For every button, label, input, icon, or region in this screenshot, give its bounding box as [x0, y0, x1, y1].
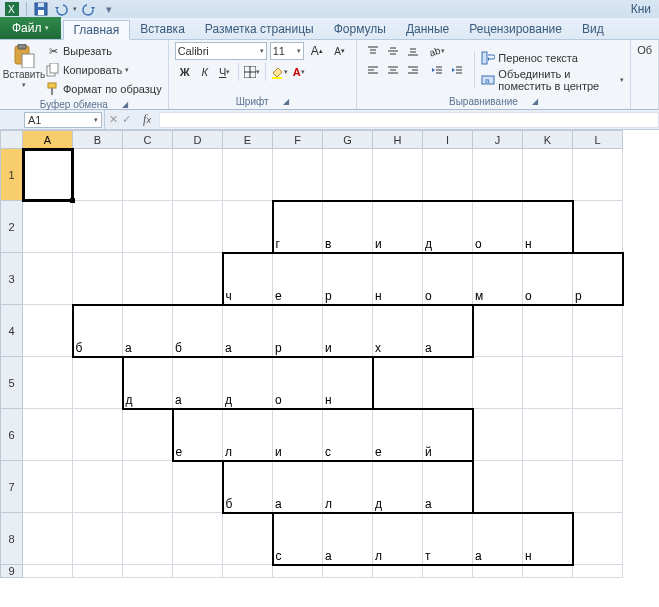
cell-D6[interactable]: е	[173, 409, 223, 461]
row-header-3[interactable]: 3	[1, 253, 23, 305]
cell-H8[interactable]: л	[373, 513, 423, 565]
col-header-G[interactable]: G	[323, 131, 373, 149]
cell-B5[interactable]	[73, 357, 123, 409]
col-header-A[interactable]: A	[23, 131, 73, 149]
cell-A6[interactable]	[23, 409, 73, 461]
cell-L4[interactable]	[573, 305, 623, 357]
col-header-J[interactable]: J	[473, 131, 523, 149]
qat-customize-icon[interactable]: ▾	[101, 1, 117, 17]
cell-C9[interactable]	[123, 565, 173, 578]
cell-J8[interactable]: а	[473, 513, 523, 565]
cell-C4[interactable]: а	[123, 305, 173, 357]
cell-E3[interactable]: ч	[223, 253, 273, 305]
cell-G9[interactable]	[323, 565, 373, 578]
bold-button[interactable]: Ж	[175, 63, 195, 81]
cell-E8[interactable]	[223, 513, 273, 565]
cell-E7[interactable]: б	[223, 461, 273, 513]
col-header-D[interactable]: D	[173, 131, 223, 149]
row-header-4[interactable]: 4	[1, 305, 23, 357]
tab-page-layout[interactable]: Разметка страницы	[195, 19, 324, 39]
formula-input[interactable]	[159, 112, 659, 128]
redo-icon[interactable]	[81, 1, 97, 17]
cell-L9[interactable]	[573, 565, 623, 578]
cell-A3[interactable]	[23, 253, 73, 305]
fill-color-button[interactable]: ▾	[269, 63, 289, 81]
cell-D8[interactable]	[173, 513, 223, 565]
select-all-corner[interactable]	[1, 131, 23, 149]
cell-D9[interactable]	[173, 565, 223, 578]
cell-A5[interactable]	[23, 357, 73, 409]
increase-indent-button[interactable]	[447, 61, 467, 79]
wrap-text-button[interactable]: Перенос текста	[481, 49, 624, 67]
row-header-5[interactable]: 5	[1, 357, 23, 409]
row-header-6[interactable]: 6	[1, 409, 23, 461]
cell-E6[interactable]: л	[223, 409, 273, 461]
cell-H5[interactable]	[373, 357, 423, 409]
row-header-8[interactable]: 8	[1, 513, 23, 565]
name-box[interactable]: A1▾	[24, 112, 102, 128]
cell-K6[interactable]	[523, 409, 573, 461]
cell-B7[interactable]	[73, 461, 123, 513]
cell-G8[interactable]: а	[323, 513, 373, 565]
underline-button[interactable]: Ч▾	[215, 63, 235, 81]
cell-I3[interactable]: о	[423, 253, 473, 305]
cell-A9[interactable]	[23, 565, 73, 578]
col-header-H[interactable]: H	[373, 131, 423, 149]
dialog-launcher-icon[interactable]: ◢	[122, 100, 128, 109]
cell-E4[interactable]: а	[223, 305, 273, 357]
cell-A7[interactable]	[23, 461, 73, 513]
cell-G5[interactable]: н	[323, 357, 373, 409]
cell-A1[interactable]	[23, 149, 73, 201]
cell-D4[interactable]: б	[173, 305, 223, 357]
tab-review[interactable]: Рецензирование	[459, 19, 572, 39]
cell-B9[interactable]	[73, 565, 123, 578]
cell-E9[interactable]	[223, 565, 273, 578]
align-right-button[interactable]	[403, 61, 423, 79]
cell-C1[interactable]	[123, 149, 173, 201]
cell-B2[interactable]	[73, 201, 123, 253]
cell-F1[interactable]	[273, 149, 323, 201]
col-header-B[interactable]: B	[73, 131, 123, 149]
align-bottom-button[interactable]	[403, 42, 423, 60]
cell-F6[interactable]: и	[273, 409, 323, 461]
cell-H3[interactable]: н	[373, 253, 423, 305]
dialog-launcher-icon[interactable]: ◢	[283, 97, 289, 106]
worksheet-grid[interactable]: ABCDEFGHIJKL12гвидон3черномор4бабариха5д…	[0, 130, 659, 578]
cell-L5[interactable]	[573, 357, 623, 409]
cell-K1[interactable]	[523, 149, 573, 201]
font-color-button[interactable]: A▾	[289, 63, 309, 81]
cell-G4[interactable]: и	[323, 305, 373, 357]
orientation-button[interactable]: ab▾	[427, 42, 447, 60]
cell-C7[interactable]	[123, 461, 173, 513]
align-middle-button[interactable]	[383, 42, 403, 60]
cell-F9[interactable]	[273, 565, 323, 578]
cell-G7[interactable]: л	[323, 461, 373, 513]
cell-G1[interactable]	[323, 149, 373, 201]
align-left-button[interactable]	[363, 61, 383, 79]
cell-J5[interactable]	[473, 357, 523, 409]
cell-I5[interactable]	[423, 357, 473, 409]
cell-F4[interactable]: р	[273, 305, 323, 357]
cell-B1[interactable]	[73, 149, 123, 201]
cell-B8[interactable]	[73, 513, 123, 565]
cell-J3[interactable]: м	[473, 253, 523, 305]
cell-D7[interactable]	[173, 461, 223, 513]
cell-J9[interactable]	[473, 565, 523, 578]
save-icon[interactable]	[33, 1, 49, 17]
cell-I6[interactable]: й	[423, 409, 473, 461]
cell-I7[interactable]: а	[423, 461, 473, 513]
align-top-button[interactable]	[363, 42, 383, 60]
cell-K3[interactable]: о	[523, 253, 573, 305]
cell-D5[interactable]: а	[173, 357, 223, 409]
cell-K9[interactable]	[523, 565, 573, 578]
cell-H2[interactable]: и	[373, 201, 423, 253]
col-header-F[interactable]: F	[273, 131, 323, 149]
cell-E5[interactable]: д	[223, 357, 273, 409]
cell-G6[interactable]: с	[323, 409, 373, 461]
cell-F2[interactable]: г	[273, 201, 323, 253]
cell-D3[interactable]	[173, 253, 223, 305]
cell-B3[interactable]	[73, 253, 123, 305]
decrease-indent-button[interactable]	[427, 61, 447, 79]
cell-K8[interactable]: н	[523, 513, 573, 565]
cell-K7[interactable]	[523, 461, 573, 513]
